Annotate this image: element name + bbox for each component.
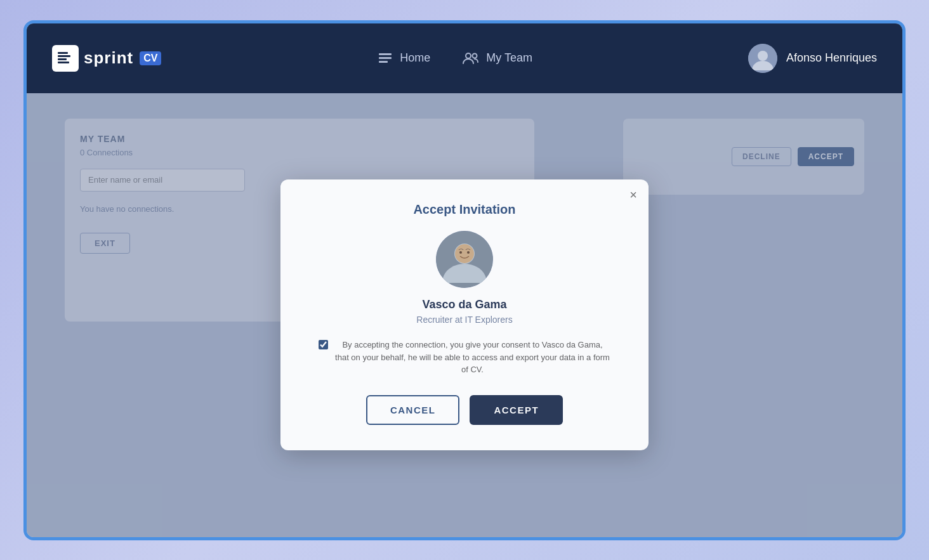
person-role: Recruiter at IT Explorers	[416, 315, 512, 325]
nav-my-team-label: My Team	[486, 51, 532, 65]
modal-title: Accept Invitation	[413, 202, 515, 217]
logo[interactable]: sprint CV	[52, 45, 161, 72]
navbar-nav: Home My Team	[377, 49, 532, 67]
avatar	[748, 44, 777, 73]
svg-rect-3	[58, 62, 69, 63]
logo-icon	[52, 45, 79, 72]
home-icon	[377, 50, 393, 67]
main-content: MY TEAM 0 Connections You have no connec…	[27, 93, 902, 537]
accept-button[interactable]: ACCEPT	[470, 395, 563, 425]
consent-section: By accepting the connection, you give yo…	[306, 339, 623, 376]
svg-rect-0	[58, 52, 68, 54]
svg-point-14	[459, 251, 462, 254]
svg-point-7	[466, 53, 471, 58]
person-avatar-svg	[436, 231, 493, 288]
cancel-button[interactable]: CANCEL	[366, 395, 460, 425]
user-avatar-svg	[748, 44, 777, 73]
svg-point-15	[467, 251, 470, 254]
person-name: Vasco da Gama	[422, 298, 506, 311]
svg-point-13	[455, 244, 474, 263]
app-frame: sprint CV Home My Team	[23, 20, 906, 540]
nav-my-team[interactable]: My Team	[462, 49, 532, 67]
accept-invitation-modal: × Accept Invitation	[280, 179, 649, 450]
svg-rect-5	[379, 57, 392, 59]
nav-home[interactable]: Home	[377, 50, 430, 67]
consent-checkbox[interactable]	[319, 340, 328, 349]
modal-buttons: CANCEL ACCEPT	[366, 395, 563, 425]
nav-home-label: Home	[400, 51, 430, 65]
consent-text: By accepting the connection, you give yo…	[334, 339, 610, 376]
svg-point-8	[473, 53, 477, 58]
svg-rect-1	[58, 55, 70, 57]
modal-close-button[interactable]: ×	[629, 188, 637, 201]
svg-rect-6	[379, 61, 388, 63]
team-icon	[462, 49, 480, 67]
modal-overlay: × Accept Invitation	[27, 93, 902, 537]
user-menu[interactable]: Afonso Henriques	[748, 44, 877, 73]
person-avatar	[436, 231, 493, 288]
svg-rect-2	[58, 58, 67, 60]
logo-text: sprint	[84, 48, 133, 68]
navbar: sprint CV Home My Team	[27, 23, 902, 93]
svg-rect-4	[379, 53, 392, 55]
user-name: Afonso Henriques	[786, 51, 877, 65]
logo-cv-badge: CV	[140, 51, 161, 65]
svg-point-10	[758, 51, 768, 61]
